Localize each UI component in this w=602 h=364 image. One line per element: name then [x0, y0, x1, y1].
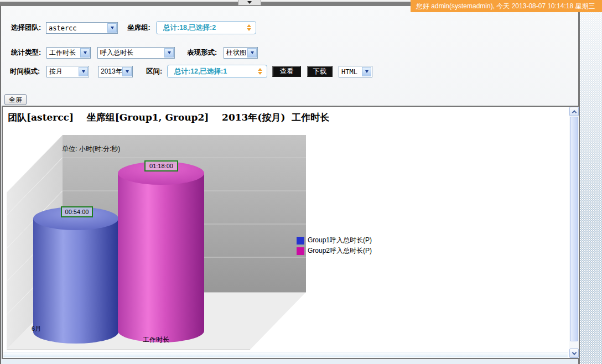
horizontal-scrollbar-track[interactable] [3, 352, 568, 357]
time-mode-value: 按月 [47, 67, 78, 76]
chart-form-label: 表现形式: [187, 46, 217, 59]
collapse-panel-tab[interactable] [238, 0, 261, 6]
agent-group-multiselect[interactable]: 总计:18,已选择:2 [156, 21, 256, 34]
team-select-label: 选择团队: [11, 22, 41, 34]
updown-spinner-icon[interactable] [258, 68, 262, 75]
x-tick-label: 6月 [32, 325, 41, 333]
scroll-down-button[interactable] [569, 349, 579, 358]
range-value: 总计:12,已选择:1 [174, 67, 258, 76]
x-axis-label: 工作时长 [143, 335, 169, 345]
time-mode-select[interactable]: 按月 [46, 66, 89, 77]
vertical-scrollbar[interactable] [569, 107, 579, 358]
chevron-down-icon [247, 1, 252, 4]
agent-group-value: 总计:18,已选择:2 [163, 23, 247, 33]
year-value: 2013年 [98, 67, 122, 76]
format-select[interactable]: HTML [339, 66, 372, 77]
chart-legend: Group1呼入总时长(P) Group2呼入总时长(P) [297, 235, 372, 256]
team-select[interactable]: astercc [46, 22, 118, 34]
chevron-up-icon [572, 110, 576, 115]
left-frame-border [0, 6, 1, 364]
stat-metric-value: 呼入总时长 [98, 48, 164, 58]
stat-type-label: 统计类型: [11, 46, 41, 59]
select-arrow-icon[interactable] [80, 48, 90, 58]
bar-group1-cylinder[interactable] [33, 219, 118, 344]
fullscreen-button[interactable]: 全屏 [4, 94, 27, 105]
report-title: 团队[astercc] 坐席组[Group1, Group2] 2013年(按月… [8, 111, 329, 124]
legend-item-group2: Group2呼入总时长(P) [297, 246, 372, 256]
bar-group2-value-label: 01:18:00 [144, 160, 178, 171]
select-arrow-icon[interactable] [79, 67, 88, 76]
updown-spinner-icon[interactable] [247, 24, 251, 31]
legend-label-group2: Group2呼入总时长(P) [308, 246, 372, 256]
year-select[interactable]: 2013年 [98, 66, 133, 77]
stat-type-value: 工作时长 [47, 48, 80, 58]
legend-swatch-group1 [297, 237, 304, 245]
time-mode-label: 时间模式: [10, 65, 40, 77]
select-arrow-icon[interactable] [107, 23, 117, 33]
select-arrow-icon[interactable] [122, 67, 132, 76]
legend-item-group1: Group1呼入总时长(P) [297, 235, 372, 246]
bar-group2-cylinder[interactable] [118, 173, 204, 342]
splitter-pattern-strip[interactable] [580, 0, 602, 364]
legend-label-group1: Group1呼入总时长(P) [308, 236, 372, 245]
select-arrow-icon[interactable] [247, 48, 257, 58]
chevron-down-icon [572, 350, 576, 355]
bar-group1-value-label: 00:54:00 [61, 206, 93, 217]
download-button[interactable]: 下载 [307, 66, 333, 77]
scrollbar-thumb[interactable] [570, 117, 578, 341]
legend-swatch-group2 [297, 247, 304, 255]
range-multiselect[interactable]: 总计:12,已选择:1 [167, 65, 267, 78]
range-label: 区间: [146, 65, 162, 77]
team-select-value: astercc [46, 24, 107, 32]
select-arrow-icon[interactable] [362, 67, 371, 76]
bottom-page-strip [0, 360, 579, 364]
stat-type-select[interactable]: 工作时长 [46, 47, 91, 59]
chart-form-select[interactable]: 柱状图 [224, 47, 258, 59]
view-button[interactable]: 查看 [272, 66, 301, 77]
user-greeting: 您好 admin(systemadmin), 今天 2013-08-07 10:… [411, 0, 602, 12]
select-arrow-icon[interactable] [164, 48, 174, 58]
chart-unit-label: 单位: 小时(时:分:秒) [62, 144, 120, 154]
chart-form-value: 柱状图 [224, 48, 247, 58]
agent-group-label: 坐席组: [127, 22, 150, 34]
format-value: HTML [339, 68, 361, 76]
page-root: 您好 admin(systemadmin), 今天 2013-08-07 10:… [0, 0, 602, 364]
stat-metric-select[interactable]: 呼入总时长 [97, 47, 175, 59]
scroll-up-button[interactable] [569, 107, 579, 116]
